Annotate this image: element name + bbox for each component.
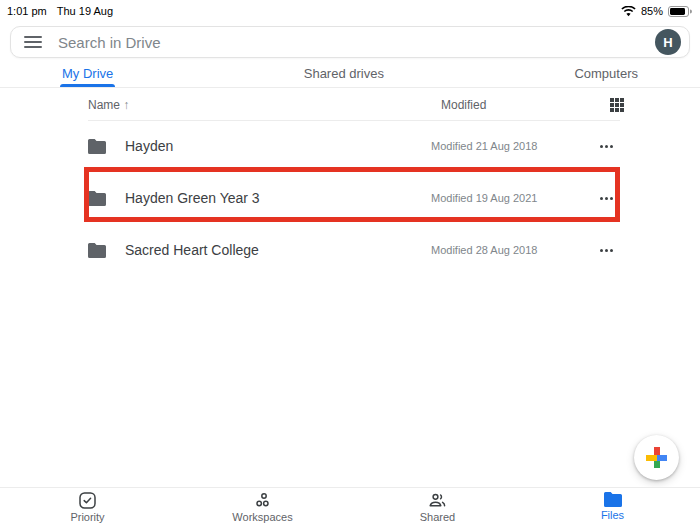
file-list: Hayden Modified 21 Aug 2018 Hayden Green… (0, 121, 700, 275)
wifi-icon (621, 6, 636, 17)
folder-icon (88, 139, 106, 154)
battery-icon (668, 6, 692, 17)
folder-icon (88, 191, 106, 206)
table-header: Name ↑ Modified (0, 88, 700, 121)
tab-bar: My Drive Shared drives Computers (0, 60, 700, 88)
more-icon[interactable] (600, 249, 624, 252)
file-row-hayden[interactable]: Hayden Modified 21 Aug 2018 (0, 121, 700, 171)
new-plus-icon (646, 447, 667, 468)
status-indicators: 85% (621, 5, 692, 17)
search-input[interactable]: Search in Drive (58, 34, 655, 51)
file-row-sacred-heart-college[interactable]: Sacred Heart College Modified 28 Aug 201… (0, 225, 700, 275)
nav-item-workspaces[interactable]: Workspaces (175, 488, 350, 525)
nav-label: Workspaces (232, 511, 292, 523)
more-icon[interactable] (600, 145, 624, 148)
bottom-nav: Priority Workspaces Share (0, 487, 700, 525)
file-modified: Modified 19 Aug 2021 (431, 192, 600, 204)
menu-icon[interactable] (24, 36, 42, 48)
status-date: Thu 19 Aug (57, 5, 113, 17)
status-bar: 1:01 pm Thu 19 Aug 85% (0, 0, 700, 20)
file-row-hayden-green-year-3[interactable]: Hayden Green Year 3 Modified 19 Aug 2021 (0, 171, 700, 225)
file-name: Hayden Green Year 3 (125, 190, 431, 206)
tab-computers[interactable]: Computers (572, 60, 640, 87)
priority-icon (79, 492, 96, 509)
more-icon[interactable] (600, 197, 624, 200)
nav-label: Priority (70, 511, 104, 523)
battery-percent: 85% (641, 5, 663, 17)
folder-icon (88, 243, 106, 258)
avatar[interactable]: H (655, 29, 681, 55)
column-header-name[interactable]: Name ↑ (88, 98, 441, 112)
status-time: 1:01 pm (7, 5, 47, 17)
file-name: Sacred Heart College (125, 242, 431, 258)
grid-view-icon[interactable] (610, 98, 624, 112)
file-name: Hayden (125, 138, 431, 154)
file-modified: Modified 21 Aug 2018 (431, 140, 600, 152)
files-icon (604, 492, 622, 507)
avatar-initial: H (663, 35, 672, 50)
new-item-fab[interactable] (634, 435, 679, 480)
search-bar[interactable]: Search in Drive H (10, 26, 690, 58)
column-header-modified: Modified (441, 98, 610, 112)
nav-label: Shared (420, 511, 455, 523)
nav-item-files[interactable]: Files (525, 488, 700, 525)
file-modified: Modified 28 Aug 2018 (431, 244, 600, 256)
workspaces-icon (254, 492, 271, 509)
shared-icon (428, 492, 447, 509)
sort-ascending-icon[interactable]: ↑ (123, 98, 129, 112)
nav-item-shared[interactable]: Shared (350, 488, 525, 525)
status-time-date: 1:01 pm Thu 19 Aug (7, 5, 113, 17)
tab-shared-drives[interactable]: Shared drives (302, 60, 386, 87)
tab-my-drive[interactable]: My Drive (60, 60, 115, 87)
nav-item-priority[interactable]: Priority (0, 488, 175, 525)
nav-label: Files (601, 509, 624, 521)
drive-app-screen: 1:01 pm Thu 19 Aug 85% S (0, 0, 700, 525)
